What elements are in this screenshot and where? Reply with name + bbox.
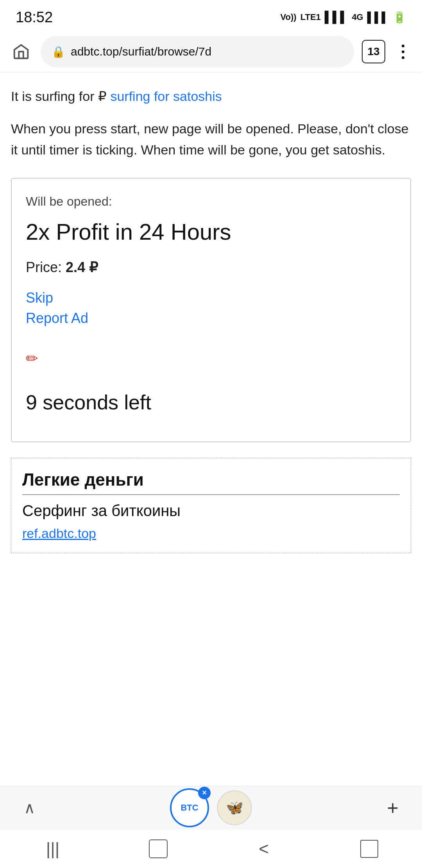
back-nav-button[interactable]: < xyxy=(248,833,279,864)
lock-icon: 🔒 xyxy=(52,45,65,58)
home-nav-button[interactable] xyxy=(143,833,174,864)
recent-nav-icon xyxy=(360,840,378,858)
tab-2[interactable]: 🦋 xyxy=(217,790,252,825)
home-nav-icon xyxy=(149,839,168,858)
banner-link[interactable]: ref.adbtc.top xyxy=(22,526,96,541)
address-bar[interactable]: 🔒 adbtc.top/surfiat/browse/7d xyxy=(41,36,354,67)
status-icons: Vo)) LTE1 ▌▌▌ 4G ▌▌▌ 🔋 xyxy=(281,11,406,24)
tab-count-button[interactable]: 13 xyxy=(362,40,385,63)
scroll-up-button[interactable]: ∧ xyxy=(16,794,43,821)
browser-menu-button[interactable] xyxy=(393,42,413,61)
recent-apps-icon: ||| xyxy=(46,839,59,859)
browser-bottom-bar: ∧ BTC × 🦋 + xyxy=(0,786,422,829)
tab-2-emoji: 🦋 xyxy=(226,800,243,816)
menu-dot-2 xyxy=(402,50,404,53)
ad-card: Will be opened: 2x Profit in 24 Hours Pr… xyxy=(11,178,411,443)
intro-text: It is surfing for ₽ surfing for satoshis xyxy=(11,86,411,106)
network-4g-icon: 4G xyxy=(352,12,363,22)
tab-btc[interactable]: BTC × xyxy=(170,788,209,827)
ad-title: 2x Profit in 24 Hours xyxy=(26,218,396,246)
voip-icon: Vo)) xyxy=(281,12,297,22)
menu-dot-1 xyxy=(402,45,404,47)
bottom-banner: Легкие деньги Серфинг за биткоины ref.ad… xyxy=(11,458,411,553)
menu-dot-3 xyxy=(402,56,404,59)
banner-title: Легкие деньги xyxy=(22,470,400,495)
battery-icon: 🔋 xyxy=(393,11,406,24)
banner-subtitle: Серфинг за биткоины xyxy=(22,502,400,520)
add-tab-button[interactable]: + xyxy=(379,794,406,821)
skip-link[interactable]: Skip xyxy=(26,290,396,306)
ad-price: Price: 2.4 ₽ xyxy=(26,259,396,276)
report-ad-link[interactable]: Report Ad xyxy=(26,310,396,326)
system-nav-bar: ||| < xyxy=(0,829,422,868)
description-text: When you press start, new page will be o… xyxy=(11,118,411,161)
url-text: adbtc.top/surfiat/browse/7d xyxy=(71,45,343,58)
signal-bars-1-icon: ▌▌▌ xyxy=(325,11,348,23)
home-button[interactable] xyxy=(9,40,33,63)
tab-btc-label: BTC xyxy=(181,803,198,813)
tab-btc-close[interactable]: × xyxy=(198,787,211,799)
recent-apps-button[interactable]: ||| xyxy=(37,833,68,864)
ad-price-value: 2.4 ₽ xyxy=(66,259,98,275)
status-time: 18:52 xyxy=(16,9,53,26)
status-bar: 18:52 Vo)) LTE1 ▌▌▌ 4G ▌▌▌ 🔋 xyxy=(0,0,422,31)
back-nav-icon: < xyxy=(259,839,269,859)
recent-nav-button[interactable] xyxy=(354,833,385,864)
surfing-satoshis-link[interactable]: surfing for satoshis xyxy=(110,89,222,104)
pencil-icon: ✏ xyxy=(26,350,396,367)
signal-bars-2-icon: ▌▌▌ xyxy=(367,11,389,23)
timer-countdown: 9 seconds left xyxy=(26,391,396,414)
lte-icon: LTE1 xyxy=(300,12,321,22)
ad-action-links: Skip Report Ad xyxy=(26,290,396,326)
tab-group: BTC × 🦋 xyxy=(170,788,252,827)
will-be-opened-label: Will be opened: xyxy=(26,194,396,209)
page-content: It is surfing for ₽ surfing for satoshis… xyxy=(0,72,422,553)
address-bar-row: 🔒 adbtc.top/surfiat/browse/7d 13 xyxy=(0,31,422,72)
